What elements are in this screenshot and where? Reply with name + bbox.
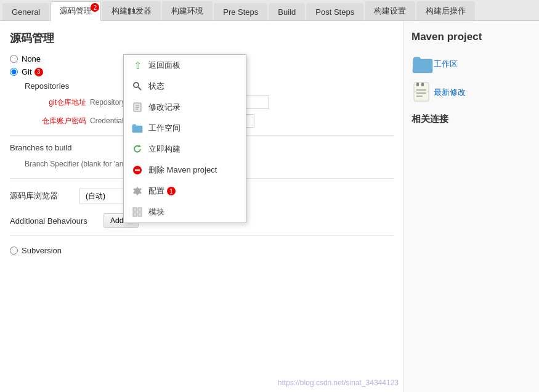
tab-general[interactable]: General bbox=[2, 3, 49, 20]
maven-title: Maven project bbox=[411, 31, 532, 43]
menu-item-workspace[interactable]: 工作空间 bbox=[124, 118, 246, 139]
menu-item-changelog[interactable]: 修改记录 bbox=[124, 97, 246, 118]
svg-rect-10 bbox=[133, 208, 137, 211]
branch-specifier-label: Branch Specifier (blank for 'any') bbox=[25, 160, 131, 168]
tab-badge-2: 2 bbox=[91, 3, 99, 12]
tab-build-settings[interactable]: 构建设置 bbox=[365, 1, 415, 20]
workspace-folder-icon bbox=[411, 53, 434, 75]
menu-item-modules[interactable]: 模块 bbox=[124, 202, 246, 223]
folder-icon bbox=[131, 122, 144, 134]
additional-label: Additional Behaviours bbox=[10, 216, 96, 226]
svg-rect-16 bbox=[421, 83, 424, 86]
tab-build[interactable]: Build bbox=[269, 3, 305, 20]
workspace-link-text[interactable]: 工作区 bbox=[434, 59, 458, 70]
svg-line-1 bbox=[139, 88, 142, 91]
page-title: 源码管理 bbox=[10, 31, 394, 46]
reload-icon bbox=[131, 143, 144, 155]
workspace-link[interactable]: 工作区 bbox=[411, 53, 532, 75]
repo-url-label: git仓库地址 bbox=[25, 97, 86, 108]
menu-item-build[interactable]: 立即构建 bbox=[124, 139, 246, 160]
credentials-field-label: Credentials bbox=[90, 116, 128, 125]
gear-icon bbox=[131, 185, 144, 197]
arrow-up-icon: ⇧ bbox=[131, 59, 144, 71]
source-browser-label: 源码库浏览器 bbox=[10, 190, 71, 202]
notepad-icon-right bbox=[411, 81, 434, 104]
menu-item-delete[interactable]: 删除 Maven project bbox=[124, 160, 246, 181]
git-radio[interactable] bbox=[10, 68, 18, 76]
maven-links: 工作区 最新修改 bbox=[411, 53, 532, 104]
module-icon bbox=[131, 206, 144, 218]
svg-rect-15 bbox=[416, 83, 419, 86]
main-content: 源码管理 None Git 3 Repositories git仓库地址 Rep… bbox=[0, 21, 539, 392]
tab-post-steps[interactable]: Post Steps bbox=[306, 3, 363, 20]
tab-build-env[interactable]: 构建环境 bbox=[162, 1, 213, 20]
watermark: https://blog.csdn.net/sinat_34344123 bbox=[278, 378, 399, 387]
left-panel: 源码管理 None Git 3 Repositories git仓库地址 Rep… bbox=[0, 21, 403, 392]
subversion-radio[interactable] bbox=[10, 247, 18, 255]
svg-rect-11 bbox=[138, 208, 142, 211]
menu-item-configure[interactable]: 配置 1 bbox=[124, 181, 246, 202]
subversion-section: Subversion bbox=[10, 246, 394, 255]
divider-3 bbox=[10, 235, 394, 236]
tab-post-build[interactable]: 构建后操作 bbox=[416, 1, 475, 20]
tab-bar: General 源码管理 2 构建触发器 构建环境 Pre Steps Buil… bbox=[0, 0, 539, 21]
notepad-icon bbox=[131, 101, 144, 113]
git-badge: 3 bbox=[34, 68, 43, 76]
credentials-label: 仓库账户密码 bbox=[25, 116, 86, 126]
delete-icon bbox=[131, 164, 144, 176]
right-panel: Maven project 工作区 最新修改 bbox=[403, 21, 539, 392]
menu-item-status[interactable]: 状态 bbox=[124, 76, 246, 97]
recent-changes-link[interactable]: 最新修改 bbox=[411, 81, 532, 104]
related-title: 相关连接 bbox=[411, 113, 532, 125]
tab-pre-steps[interactable]: Pre Steps bbox=[214, 3, 267, 20]
subversion-option[interactable]: Subversion bbox=[10, 246, 394, 255]
tab-build-triggers[interactable]: 构建触发器 bbox=[102, 1, 161, 20]
recent-changes-link-text[interactable]: 最新修改 bbox=[434, 87, 466, 98]
tab-source-management[interactable]: 源码管理 2 bbox=[51, 1, 101, 21]
configure-badge: 1 bbox=[167, 187, 176, 195]
svg-rect-13 bbox=[138, 213, 142, 216]
menu-item-return[interactable]: ⇧ 返回面板 bbox=[124, 55, 246, 76]
search-icon bbox=[131, 80, 144, 92]
dropdown-menu: ⇧ 返回面板 状态 修改记录 工作空 bbox=[123, 54, 246, 223]
svg-rect-12 bbox=[133, 213, 137, 216]
svg-point-0 bbox=[134, 83, 139, 88]
none-radio[interactable] bbox=[10, 55, 18, 63]
